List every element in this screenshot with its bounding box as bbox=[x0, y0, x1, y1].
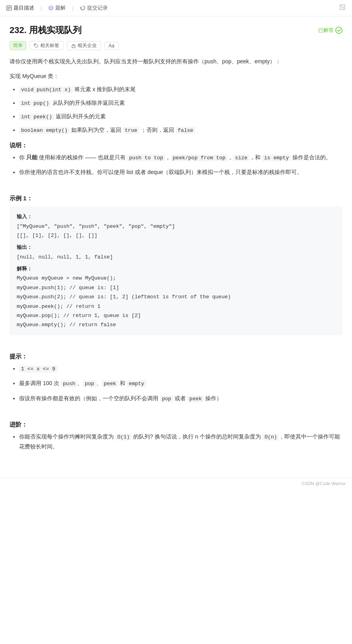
method-pop-desc: 从队列的开头移除并返回元素 bbox=[53, 100, 125, 106]
solution-icon bbox=[48, 5, 54, 11]
output-label-text: 输出： bbox=[17, 244, 32, 250]
nav-divider2: | bbox=[72, 5, 73, 11]
description-icon bbox=[6, 5, 12, 11]
method-empty-code: boolean empty() bbox=[19, 127, 70, 134]
method-peek-desc: 返回队列开头的元素 bbox=[56, 113, 106, 119]
tab-description-label: 题目描述 bbox=[14, 4, 34, 12]
notes-list: 你 只能 使用标准的栈操作 —— 也就是只有 push to top，peek/… bbox=[10, 153, 342, 178]
adv-code2: O(n) bbox=[263, 434, 279, 440]
problem-title: 232. 用栈实现队列 bbox=[10, 24, 82, 36]
hints-list: 1 <= x <= 9 最多调用 100 次 push、pop、peek 和 e… bbox=[10, 364, 342, 403]
method-empty-desc: 如果队列为空，返回 true ；否则，返回 false bbox=[71, 127, 195, 133]
svg-rect-6 bbox=[343, 8, 345, 10]
output-value: [null, null, null, 1, 1, false] bbox=[17, 253, 335, 262]
svg-point-12 bbox=[35, 44, 36, 45]
solved-badge: 已解答 bbox=[318, 27, 342, 34]
problem-header: 232. 用栈实现队列 已解答 bbox=[10, 24, 342, 36]
problem-name: 用栈实现队列 bbox=[29, 25, 82, 35]
method-empty: boolean empty() 如果队列为空，返回 true ；否则，返回 fa… bbox=[19, 125, 342, 135]
input-line2: [[], [1], [2], [], [], []] bbox=[17, 231, 335, 240]
check-circle-icon bbox=[335, 27, 342, 34]
lock-icon bbox=[71, 43, 76, 48]
advanced-item-1: 你能否实现每个操作均摊时间复杂度为 O(1) 的队列? 换句话说，执行 n 个操… bbox=[19, 432, 342, 452]
problem-number: 232. bbox=[10, 25, 27, 35]
note1-code3: size bbox=[233, 155, 249, 161]
history-icon bbox=[80, 5, 86, 11]
method-peek-code: int peek() bbox=[19, 114, 54, 120]
example-title: 示例 1： bbox=[10, 195, 342, 202]
advanced-section: 进阶： 你能否实现每个操作均摊时间复杂度为 O(1) 的队列? 换句话说，执行 … bbox=[10, 421, 342, 452]
footer-brand: CSDN @Code Warrior bbox=[0, 478, 352, 489]
input-label-text: 输入： bbox=[17, 213, 32, 219]
top-nav: 题目描述 | 题解 | 提交记录 bbox=[0, 0, 352, 16]
hint2-pop: pop bbox=[83, 380, 96, 387]
hint2-push: push bbox=[61, 380, 77, 387]
advanced-title: 进阶： bbox=[10, 421, 342, 429]
hint2-peek: peek bbox=[102, 380, 118, 387]
hint2-empty: empty bbox=[127, 380, 146, 387]
explain-label-text: 解释： bbox=[17, 266, 32, 272]
note-item-2: 你所使用的语言也许不支持栈。你可以使用 list 或者 deque（双端队列）来… bbox=[19, 167, 342, 177]
hint-item-3: 假设所有操作都是有效的（例如，一个空的队列不会调用 pop 或者 peek 操作… bbox=[19, 393, 342, 403]
tab-description[interactable]: 题目描述 bbox=[6, 4, 34, 12]
difficulty-tag: 简单 bbox=[10, 41, 26, 50]
tab-submissions[interactable]: 提交记录 bbox=[80, 4, 108, 12]
tab-solution-label: 题解 bbox=[55, 4, 66, 12]
method-push-desc: 将元素 x 推到队列的末尾 bbox=[74, 86, 136, 92]
tag-icon bbox=[34, 43, 39, 48]
nav-divider1: | bbox=[41, 5, 42, 11]
hint3-pop: pop bbox=[160, 395, 173, 402]
method-peek: int peek() 返回队列开头的元素 bbox=[19, 112, 342, 121]
output-label: 输出： bbox=[17, 243, 335, 252]
note-section: 说明： 你 只能 使用标准的栈操作 —— 也就是只有 push to top，p… bbox=[10, 142, 342, 178]
explain-line6: myQueue.empty(); // return false bbox=[17, 320, 335, 329]
svg-point-11 bbox=[336, 27, 342, 33]
method-push: void push(int x) 将元素 x 推到队列的末尾 bbox=[19, 85, 342, 94]
explain-line1: MyQueue myQueue = new MyQueue(); bbox=[17, 274, 335, 283]
adv-code1: O(1) bbox=[115, 434, 132, 440]
false-code: false bbox=[176, 127, 195, 134]
related-companies-btn[interactable]: 相关企业 bbox=[67, 41, 101, 50]
svg-point-4 bbox=[51, 8, 52, 9]
explain-line3: myQueue.push(2); // queue is: [1, 2] (le… bbox=[17, 292, 335, 301]
note1-code4: is empty bbox=[262, 155, 291, 161]
svg-rect-5 bbox=[340, 5, 342, 7]
hint-title: 提示： bbox=[10, 353, 342, 360]
explain-line5: myQueue.pop(); // return 1, queue is [2] bbox=[17, 311, 335, 320]
note1-code1: push to top bbox=[127, 155, 165, 161]
hint-section: 提示： 1 <= x <= 9 最多调用 100 次 push、pop、peek… bbox=[10, 353, 342, 403]
impl-title: 实现 MyQueue 类： bbox=[10, 73, 342, 80]
example-box: 输入： ["MyQueue", "push", "push", "peek", … bbox=[10, 206, 342, 335]
explain-line2: myQueue.push(1); // queue is: [1] bbox=[17, 283, 335, 292]
main-content: 232. 用栈实现队列 已解答 简单 相关标签 相关企业 bbox=[0, 16, 352, 478]
advanced-list: 你能否实现每个操作均摊时间复杂度为 O(1) 的队列? 换句话说，执行 n 个操… bbox=[10, 432, 342, 452]
solved-label: 已解答 bbox=[318, 27, 334, 34]
only-strong: 只能 bbox=[26, 154, 37, 161]
tab-submissions-label: 提交记录 bbox=[87, 4, 108, 12]
input-label: 输入： bbox=[17, 212, 335, 221]
tags-row: 简单 相关标签 相关企业 Aa bbox=[10, 41, 342, 50]
related-tags-label: 相关标签 bbox=[40, 42, 59, 49]
problem-description: 请你仅使用两个栈实现先入先出队列。队列应当支持一般队列支持的所有操作（push、… bbox=[10, 57, 342, 67]
explain-line4: myQueue.peek(); // return 1 bbox=[17, 302, 335, 311]
related-companies-label: 相关企业 bbox=[78, 42, 97, 49]
note1-code2: peek/pop from top bbox=[171, 155, 228, 161]
example-section: 示例 1： 输入： ["MyQueue", "push", "push", "p… bbox=[10, 195, 342, 335]
note-item-1: 你 只能 使用标准的栈操作 —— 也就是只有 push to top，peek/… bbox=[19, 153, 342, 162]
tab-solution[interactable]: 题解 bbox=[48, 4, 66, 12]
method-push-code: void push(int x) bbox=[19, 86, 73, 93]
method-pop-code: int pop() bbox=[19, 100, 51, 107]
expand-button[interactable] bbox=[339, 4, 346, 12]
explain-label: 解释： bbox=[17, 264, 335, 274]
related-tags-btn[interactable]: 相关标签 bbox=[29, 41, 64, 50]
font-label: Aa bbox=[109, 43, 115, 49]
true-code: true bbox=[123, 127, 139, 134]
input-line1: ["MyQueue", "push", "push", "peek", "pop… bbox=[17, 222, 335, 231]
hint-item-1: 1 <= x <= 9 bbox=[19, 364, 342, 374]
method-pop: int pop() 从队列的开头移除并返回元素 bbox=[19, 98, 342, 108]
note-title: 说明： bbox=[10, 142, 342, 149]
hint3-peek: peek bbox=[187, 395, 204, 402]
hint-item-2: 最多调用 100 次 push、pop、peek 和 empty bbox=[19, 378, 342, 388]
hint1-code: 1 <= x <= 9 bbox=[19, 366, 57, 372]
font-btn[interactable]: Aa bbox=[104, 42, 119, 50]
